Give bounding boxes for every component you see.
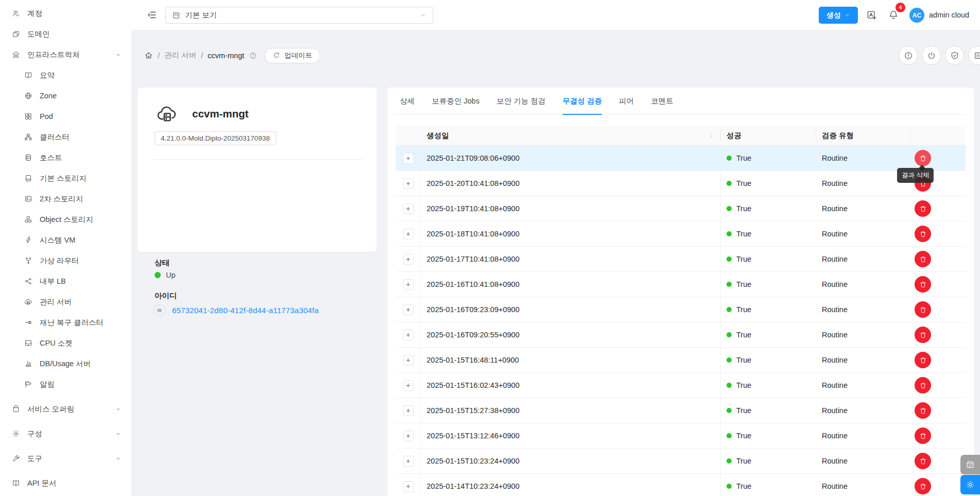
- settings-button[interactable]: [960, 475, 980, 494]
- expand-row-button[interactable]: +: [403, 254, 414, 265]
- event-log-button[interactable]: [960, 455, 980, 474]
- tab-2[interactable]: 보안 기능 점검: [497, 88, 546, 114]
- cell-created: 2025-01-14T10:23:24+0900: [420, 482, 720, 490]
- update-button[interactable]: 업데이트: [264, 48, 320, 63]
- maintenance-button[interactable]: [968, 46, 980, 65]
- delete-result-button[interactable]: [915, 276, 931, 293]
- sidebar-item-global[interactable]: Zone: [0, 85, 131, 106]
- sidebar-item-cluster[interactable]: 클러스터: [0, 127, 131, 147]
- tab-0[interactable]: 상세: [400, 88, 415, 114]
- trash-icon: [919, 432, 927, 440]
- delete-result-button[interactable]: [915, 352, 931, 368]
- table-row: + 2025-01-15T15:27:38+0900 True Routine: [396, 398, 966, 423]
- tab-4[interactable]: 피어: [619, 88, 634, 114]
- expand-row-button[interactable]: +: [403, 330, 414, 340]
- sidebar-item-hdd[interactable]: 기본 스토리지: [0, 168, 131, 189]
- sidebar-item-chart[interactable]: DB/Usage 서버: [0, 353, 131, 374]
- cell-success: True: [720, 457, 816, 465]
- sidebar-item-bolt[interactable]: 시스템 VM: [0, 230, 131, 250]
- sidebar-item-bank[interactable]: 인프라스트럭쳐: [0, 44, 131, 65]
- delete-result-button[interactable]: [915, 327, 931, 343]
- header-cell-type: 검증 유형: [816, 126, 910, 145]
- avatar[interactable]: AC: [909, 8, 924, 23]
- expand-row-button[interactable]: +: [403, 456, 414, 467]
- expand-row-button[interactable]: +: [403, 203, 414, 214]
- status-dot: [726, 408, 732, 413]
- delete-result-button[interactable]: [915, 377, 931, 394]
- cell-type: Routine: [816, 204, 910, 213]
- sidebar-item-read[interactable]: 요약: [0, 65, 131, 85]
- question-circle-icon[interactable]: [249, 52, 257, 60]
- cell-created: 2025-01-15T10:23:24+0900: [420, 457, 720, 465]
- sidebar-item-inbox[interactable]: CPU 소켓: [0, 333, 131, 353]
- sidebar-item-server[interactable]: 호스트: [0, 147, 131, 168]
- sidebar-item-share[interactable]: 내부 LB: [0, 271, 131, 292]
- expand-row-button[interactable]: +: [403, 279, 414, 290]
- sidebar-item-boxes[interactable]: Object 스토리지: [0, 209, 131, 230]
- sidebar-item-read[interactable]: API 문서: [0, 473, 131, 493]
- delete-result-button[interactable]: [915, 301, 931, 318]
- chevron-down-icon: [844, 12, 850, 18]
- sorter-icon[interactable]: [708, 133, 714, 139]
- table-row: + 2025-01-15T10:23:24+0900 True Routine: [396, 449, 966, 474]
- sidebar: 계정 도메인 인프라스트럭쳐 요약 Zone Pod 클러스터 호스트: [0, 0, 131, 496]
- header-cell-created[interactable]: 생성일: [420, 126, 720, 145]
- home-icon[interactable]: [144, 51, 153, 60]
- create-button[interactable]: 생성: [819, 7, 858, 24]
- power-button[interactable]: [922, 46, 941, 65]
- breadcrumb-section[interactable]: 관리 서버: [164, 50, 196, 60]
- trash-icon: [919, 331, 927, 339]
- cell-type: Routine: [816, 381, 910, 389]
- top-header: 기본 보기 생성 4 AC admin cloud: [131, 0, 980, 30]
- delete-result-button[interactable]: [915, 478, 931, 494]
- delete-result-button[interactable]: [915, 251, 931, 267]
- cell-success: True: [720, 255, 816, 263]
- sidebar-item-cloudserver[interactable]: 관리 서버: [0, 292, 131, 312]
- cell-type: Routine: [816, 255, 910, 263]
- cluster-icon: [24, 133, 32, 141]
- cell-created: 2025-01-18T10:41:08+0900: [420, 230, 720, 238]
- sidebar-item-fork[interactable]: 가상 라우터: [0, 250, 131, 271]
- sidebar-item-tool[interactable]: 도구: [0, 448, 131, 469]
- delete-result-button[interactable]: [915, 402, 931, 419]
- expand-row-button[interactable]: +: [403, 304, 414, 315]
- exclamation-circle-button[interactable]: [899, 46, 918, 65]
- cloud-server-icon: [156, 103, 178, 125]
- delete-tooltip: 결과 삭제: [897, 168, 934, 183]
- security-check-button[interactable]: [945, 46, 964, 65]
- app-root: 계정 도메인 인프라스트럭쳐 요약 Zone Pod 클러스터 호스트: [0, 0, 980, 496]
- sidebar-item-shopping[interactable]: 서비스 오퍼링: [0, 399, 131, 419]
- expand-row-button[interactable]: +: [403, 153, 414, 164]
- sidebar-item-block[interactable]: 도메인: [0, 24, 131, 44]
- trash-icon: [919, 155, 927, 162]
- delete-result-button[interactable]: [915, 226, 931, 242]
- expand-row-button[interactable]: +: [403, 355, 414, 366]
- sidebar-item-appstore[interactable]: Pod: [0, 106, 131, 127]
- delete-result-button[interactable]: [915, 427, 931, 444]
- menu-fold-button[interactable]: [147, 10, 157, 20]
- expand-row-button[interactable]: +: [403, 481, 414, 492]
- expand-row-button[interactable]: +: [403, 178, 414, 189]
- tab-3[interactable]: 무결성 검증: [563, 88, 602, 114]
- exclamation-circle-icon: [904, 51, 913, 60]
- username[interactable]: admin cloud: [929, 11, 969, 19]
- tab-5[interactable]: 코멘트: [651, 88, 673, 114]
- sidebar-item-gear[interactable]: 구성: [0, 423, 131, 444]
- sidebar-item-team[interactable]: 계정: [0, 3, 131, 24]
- status-dot: [726, 282, 732, 287]
- sidebar-item-drlink[interactable]: 재난 복구 클러스터: [0, 312, 131, 333]
- delete-result-button[interactable]: [915, 453, 931, 469]
- view-select[interactable]: 기본 보기: [165, 7, 433, 24]
- expand-row-button[interactable]: +: [403, 229, 414, 240]
- delete-result-button[interactable]: [915, 150, 931, 166]
- expand-row-button[interactable]: +: [403, 431, 414, 441]
- sidebar-item-picture[interactable]: 2차 스토리지: [0, 189, 131, 209]
- expand-row-button[interactable]: +: [403, 380, 414, 391]
- chart-icon: [24, 360, 32, 368]
- expand-row-button[interactable]: +: [403, 405, 414, 416]
- a-plus-button[interactable]: [866, 10, 877, 21]
- delete-result-button[interactable]: [915, 200, 931, 217]
- resource-id-link[interactable]: 65732041-2d80-412f-8d44-a11773a304fa: [172, 306, 319, 315]
- tab-1[interactable]: 보류중인 Jobs: [432, 88, 480, 114]
- sidebar-item-flag[interactable]: 알림: [0, 374, 131, 395]
